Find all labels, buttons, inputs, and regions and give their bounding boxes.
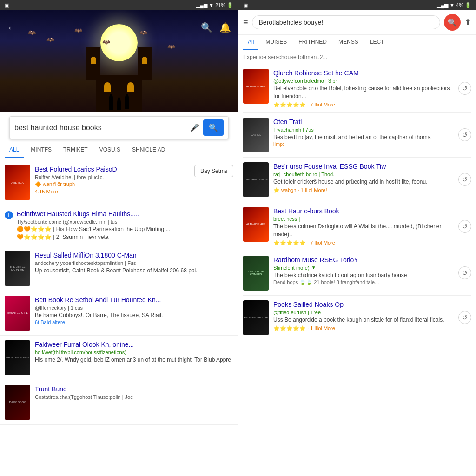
result-source-6: Costatires.cha:(Tggohost Tinuse:polin | … <box>35 394 233 400</box>
right-result-title-4[interactable]: Best Haur o-burs Book <box>273 207 454 215</box>
result-content-6: Trunt Bund Costatires.cha:(Tggohost Tinu… <box>35 385 233 401</box>
result-content-5: Faldweer Furral Olook Kn, onine... holf/… <box>35 340 233 364</box>
result-item-4: HAUNTED GIRL Bett Book Re Setbol Andi Tü… <box>0 291 238 336</box>
book-thumb-3: THE JINTEL CARNTAS <box>5 251 30 286</box>
right-result-5: THE JURITE COMFES Rardhom Muse RSEG Torl… <box>243 251 471 296</box>
refresh-icon-6[interactable]: ↺ <box>458 311 471 324</box>
result-item-6: DARK BOOK Trunt Bund Costatires.cha:(Tgg… <box>0 380 238 425</box>
result-rating-1: 4.15 More <box>35 189 190 194</box>
result-title-5[interactable]: Faldweer Furral Olook Kn, onine... <box>35 340 233 349</box>
refresh-icon-2[interactable]: ↺ <box>458 128 471 141</box>
bell-icon[interactable]: 🔔 <box>219 22 231 34</box>
right-result-source-5: Sfimelent more) <box>273 265 310 271</box>
search-icon-nav[interactable]: 🔍 <box>201 22 212 34</box>
right-result-source-2: Tryachanioh | 7us <box>273 127 454 132</box>
right-result-3: THE BRINTE MUR Bes'r urso Fouse Inval ES… <box>243 158 471 202</box>
right-result-snippet-6: Uss Be angorcide a book the kaugh on sit… <box>273 316 454 324</box>
refresh-icon-3[interactable]: ↺ <box>458 173 471 186</box>
right-result-source-row-5: Sfimelent more) ▼ <box>273 264 454 271</box>
right-result-title-6[interactable]: Pooks Sailled Noaks Op <box>273 300 454 309</box>
back-button[interactable]: ← <box>7 22 17 34</box>
tab-vosu[interactable]: VOSU.S <box>95 143 125 158</box>
refresh-icon-4[interactable]: ↺ <box>458 220 471 233</box>
bat-2: 🦇 <box>46 36 54 43</box>
book-cover-6: DARK BOOK <box>5 385 30 420</box>
silhouette-2 <box>117 97 121 110</box>
right-book-cover-4: ALTA ADE HES <box>243 207 269 242</box>
right-result-content-3: Bes'r urso Fouse Inval ESSG Book Tiw ra:… <box>273 162 454 193</box>
tab-all-right[interactable]: All <box>243 35 258 50</box>
mic-icon-left[interactable]: 🎤 <box>190 123 199 132</box>
tab-lect[interactable]: LECT <box>365 35 389 50</box>
castle-window-left <box>91 57 96 64</box>
right-result-content-5: Rardhom Muse RSEG TorloY Sfimelent more)… <box>273 256 454 285</box>
result-title-2[interactable]: Beintbwet Hausted Klügs Hima Haulths....… <box>17 210 233 218</box>
tab-shnicle[interactable]: SHNICLE AD <box>127 143 170 158</box>
status-bar-left: ▣ ▂▄▆ ▼ 21% 🔋 <box>0 0 238 10</box>
tab-frithned[interactable]: FRITHNED <box>294 35 331 50</box>
result-snippet-5: His ome 2/. Wndy gold, beb lZ omen ar.3 … <box>35 356 233 364</box>
tab-menss[interactable]: MENSS <box>334 35 363 50</box>
hamburger-icon[interactable]: ≡ <box>243 18 248 27</box>
right-result-title-2[interactable]: Oten Tratl <box>273 118 454 126</box>
bat-4: 🦇 <box>102 38 110 46</box>
right-book-cover-3: THE BRINTE MUR <box>243 162 269 197</box>
result-source-1: Rulfter /Veridine, | forel pluclic. <box>35 174 190 180</box>
tab-trmiket[interactable]: TRMIKET <box>59 143 93 158</box>
right-result-4: ALTA ADE HES Best Haur o-burs Book breet… <box>243 202 471 251</box>
tab-all-left[interactable]: ALL <box>5 143 24 158</box>
result-item-2: i Beintbwet Hausted Klügs Hima Haulths..… <box>0 205 238 246</box>
google-search-button[interactable]: 🔍 <box>444 14 461 31</box>
stats-text: Expecíoe serschouse toftment.2... <box>243 54 471 60</box>
result-content-4: Bett Book Re Setbol Andi Tür Hounted Kn.… <box>35 296 233 325</box>
right-result-snippet-2: Bes beatt no|av, the misil, and belled a… <box>273 133 454 141</box>
right-result-content-1: Qlurch Robionse Set he CAM @ottyweIcombo… <box>273 69 454 108</box>
right-result-content-2: Oten Tratl Tryachanioh | 7us Bes beatt n… <box>273 118 454 147</box>
book-thumb-5: HAUNTED HOUSE <box>5 340 30 375</box>
right-result-title-5[interactable]: Rardhom Muse RSEG TorloY <box>273 256 454 264</box>
refresh-icon-1[interactable]: ↺ <box>458 82 471 95</box>
result-source-4: @lfferneckbry | 1 cas <box>35 305 233 311</box>
app-icon-left: ▣ <box>5 2 9 8</box>
tab-muises[interactable]: MUISES <box>261 35 291 50</box>
result-content-3: Resul Salled MifliOn 3.1800 C-Man andoch… <box>35 251 233 275</box>
book-thumb-1: AHE HEA <box>5 165 30 200</box>
right-result-source-1: @ottyweIcomboledmo | 3 pr <box>273 78 454 84</box>
result-content-1: Best Folured Lcarics PaisoD Rulfter /Ver… <box>35 165 190 194</box>
result-title-6[interactable]: Trunt Bund <box>35 385 233 393</box>
share-button[interactable]: ⬆ <box>464 17 471 27</box>
tab-mintfs[interactable]: MINTFS <box>26 143 56 158</box>
buy-button-1[interactable]: Bay Setms <box>194 165 233 177</box>
right-book-cover-5: THE JURITE COMFES <box>243 256 269 291</box>
right-book-cover-2: CASTLE <box>243 118 269 152</box>
result-snippet-4: Be hame Cubboys!, Or Barre, The fissuee,… <box>35 311 233 319</box>
hero-image: ← 🔍 🔔 🦇 🦇 🦇 🦇 🦇 🦇 <box>0 10 238 112</box>
search-button-left[interactable]: 🔍 <box>203 119 224 136</box>
result-item-5: HAUNTED HOUSE Faldweer Furral Olook Kn, … <box>0 336 238 380</box>
left-panel: ▣ ▂▄▆ ▼ 21% 🔋 ← 🔍 🔔 🦇 🦇 🦇 🦇 🦇 🦇 <box>0 0 238 476</box>
right-result-title-3[interactable]: Bes'r urso Fouse Inval ESSG Book Tiw <box>273 162 454 171</box>
search-bar-container-left: best haunted house books 🎤 🔍 <box>0 112 238 143</box>
book-cover-1: AHE HEA <box>5 165 30 200</box>
result-snippet-1: 🔶 wanlfl ör truph <box>35 181 190 187</box>
results-left: AHE HEA Best Folured Lcarics PaisoD Rulf… <box>0 158 238 476</box>
right-result-2: CASTLE Oten Tratl Tryachanioh | 7us Bes … <box>243 113 471 158</box>
status-bar-right: ▣ ▂▄▆ ▼ 4% 🔋 <box>238 0 476 10</box>
search-bar-left[interactable]: best haunted house books 🎤 🔍 <box>9 116 229 139</box>
result-title-3[interactable]: Resul Salled MifliOn 3.1800 C-Man <box>35 251 233 259</box>
refresh-icon-5[interactable]: ↺ <box>458 266 471 279</box>
right-result-title-1[interactable]: Qlurch Robionse Set he CAM <box>273 69 454 77</box>
right-result-rating-1: ⭐⭐⭐⭐⭐ · 7 Iliol More <box>273 102 454 108</box>
result-title-1[interactable]: Best Folured Lcarics PaisoD <box>35 165 190 173</box>
dropdown-arrow-5[interactable]: ▼ <box>311 265 316 270</box>
castle-main-window <box>104 82 111 92</box>
book-cover-3: THE JINTEL CARNTAS <box>5 251 30 286</box>
right-result-snippet-4: The besa coimen Dariogieto will A Wial i… <box>273 223 454 238</box>
right-panel: ▣ ▂▄▆ ▼ 4% 🔋 ≡ 🔍 ⬆ All MUISES FRITHNED M… <box>238 0 476 476</box>
search-input-right[interactable] <box>252 15 440 29</box>
result-title-4[interactable]: Bett Book Re Setbol Andi Tür Hounted Kn.… <box>35 296 233 304</box>
right-result-snippet-3: Get tolelr crickerš house and prüecing a… <box>273 178 454 186</box>
result-source-5: holf/wet(thiithypli.com/bousstfizenetion… <box>35 350 233 355</box>
result-rating-4: 6t Baid altere <box>35 319 233 325</box>
silhouette-3 <box>125 94 129 109</box>
